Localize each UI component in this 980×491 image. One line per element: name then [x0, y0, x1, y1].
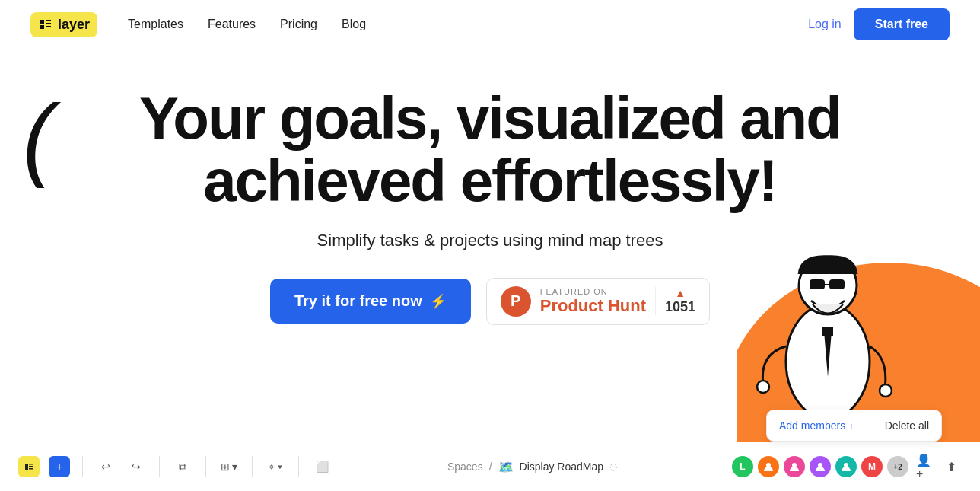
toolbar-frame-icon[interactable]: ⬜	[311, 456, 332, 477]
toolbar-layer-icon[interactable]	[18, 456, 40, 477]
svg-rect-3	[810, 279, 825, 289]
toolbar-layers-icon[interactable]: ⧉	[172, 456, 193, 477]
members-popup: Add members + Delete all	[766, 410, 942, 442]
hero-subtitle: Simplify tasks & projects using mind map…	[317, 231, 663, 250]
toolbar-redo-icon[interactable]: ↪	[126, 456, 147, 477]
toolbar-select-icon[interactable]: ⌖ ▾	[265, 456, 286, 477]
nav-link-pricing[interactable]: Pricing	[280, 18, 317, 31]
toolbar-separator-3	[205, 456, 206, 477]
avatar-1[interactable]: L	[732, 456, 753, 477]
svg-rect-4	[829, 279, 845, 289]
avatar-6[interactable]: M	[861, 456, 883, 477]
logo[interactable]: layer	[30, 12, 97, 37]
logo-text: layer	[58, 17, 90, 33]
bottom-toolbar: + ↩ ↪ ⧉ ⊞ ▾ ⌖ ▾ ⬜ Spaces / 🗺️ Display Ro…	[0, 442, 980, 491]
product-hunt-text: FEATURED ON Product Hunt	[540, 287, 646, 316]
nav-actions: Log in Start free	[808, 8, 950, 40]
nav-link-templates[interactable]: Templates	[128, 18, 183, 31]
product-hunt-logo: P	[501, 286, 531, 317]
invite-icon[interactable]: 👤+	[916, 456, 937, 477]
navbar: layer Templates Features Pricing Blog Lo…	[0, 0, 980, 49]
product-hunt-count: ▲ 1051	[655, 287, 695, 315]
right-action-icons: 👤+ ⬆	[916, 456, 962, 477]
hero-actions: Try it for free now ⚡ P FEATURED ON Prod…	[270, 278, 710, 325]
avatar-4[interactable]	[810, 456, 831, 477]
svg-point-8	[880, 384, 892, 397]
svg-point-7	[757, 381, 769, 393]
avatar-3[interactable]	[784, 456, 805, 477]
try-free-button[interactable]: Try it for free now ⚡	[270, 279, 471, 324]
toolbar-add-icon[interactable]: +	[49, 456, 70, 477]
share-icon[interactable]: ⬆	[940, 456, 962, 477]
login-link[interactable]: Log in	[808, 18, 842, 31]
nav-link-features[interactable]: Features	[208, 18, 256, 31]
toolbar-align-icon[interactable]: ⊞ ▾	[218, 456, 240, 477]
bolt-icon: ⚡	[430, 293, 447, 310]
avatar-more[interactable]: +2	[887, 456, 908, 477]
logo-icon	[38, 17, 53, 32]
start-free-button[interactable]: Start free	[854, 8, 950, 40]
toolbar-separator-4	[252, 456, 253, 477]
breadcrumb: Spaces / 🗺️ Display RoadMap ◌	[332, 460, 732, 474]
toolbar-separator-2	[159, 456, 160, 477]
delete-all-link[interactable]: Delete all	[885, 419, 929, 432]
toolbar-undo-icon[interactable]: ↩	[95, 456, 116, 477]
toolbar-separator-1	[82, 456, 83, 477]
collaborators-bar: L M +2 👤+ ⬆	[732, 456, 962, 477]
product-hunt-badge[interactable]: P FEATURED ON Product Hunt ▲ 1051	[486, 278, 710, 325]
add-members-link[interactable]: Add members +	[779, 419, 854, 432]
nav-link-blog[interactable]: Blog	[342, 18, 366, 31]
hero-title: Your goals, visualized and achieved effo…	[139, 88, 841, 212]
avatar-2[interactable]	[758, 456, 779, 477]
toolbar-separator-5	[298, 456, 299, 477]
nav-links: Templates Features Pricing Blog	[128, 18, 366, 31]
toolbar-icons: + ↩ ↪ ⧉ ⊞ ▾ ⌖ ▾ ⬜	[18, 456, 332, 477]
svg-rect-6	[822, 327, 833, 336]
avatar-5[interactable]	[835, 456, 857, 477]
